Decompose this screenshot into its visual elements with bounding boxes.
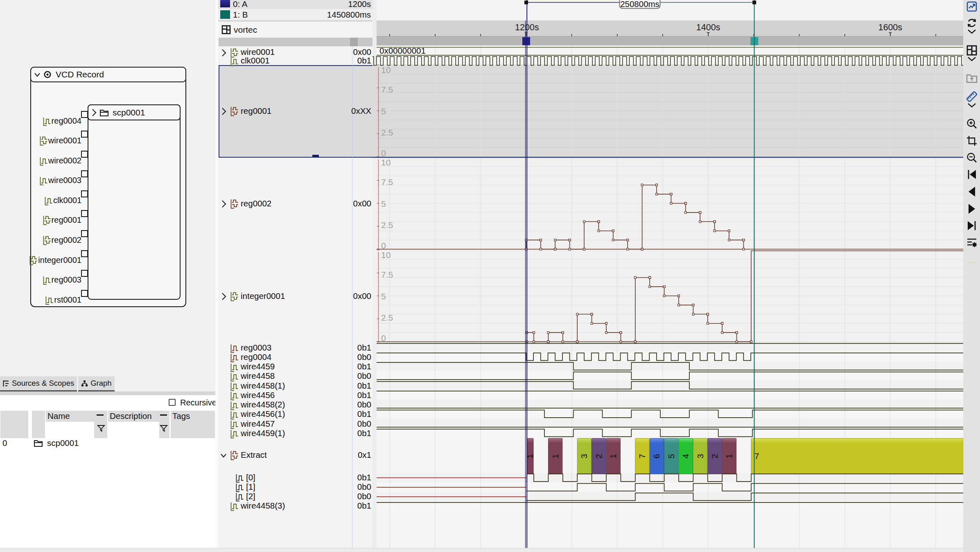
svg-text:0x00000001: 0x00000001: [379, 46, 426, 55]
svg-text:0: 0: [381, 148, 386, 158]
svg-text:10: 10: [381, 158, 391, 167]
svg-text:5: 5: [381, 292, 386, 301]
svg-text:1: 1: [551, 454, 560, 458]
svg-text:5: 5: [381, 106, 386, 116]
svg-text:3: 3: [695, 454, 705, 458]
svg-text:250800ms: 250800ms: [620, 0, 659, 9]
svg-text:6: 6: [652, 454, 661, 458]
svg-text:7.5: 7.5: [381, 270, 393, 279]
svg-text:3: 3: [579, 454, 589, 458]
svg-text:1400s: 1400s: [696, 23, 720, 32]
svg-text:2: 2: [594, 454, 603, 458]
svg-text:0: 0: [381, 241, 386, 250]
svg-text:5: 5: [666, 454, 676, 458]
svg-text:7: 7: [754, 451, 759, 461]
svg-text:7.5: 7.5: [381, 85, 393, 94]
svg-text:5: 5: [381, 199, 386, 208]
svg-text:4: 4: [681, 454, 690, 458]
svg-text:2.5: 2.5: [381, 220, 393, 230]
svg-text:0: 0: [381, 333, 386, 343]
svg-text:1: 1: [608, 454, 618, 458]
svg-text:1600s: 1600s: [878, 23, 903, 32]
svg-text:10: 10: [381, 65, 391, 75]
svg-text:2: 2: [710, 454, 719, 458]
svg-text:1: 1: [724, 454, 734, 458]
svg-text:7.5: 7.5: [381, 177, 393, 187]
svg-text:10: 10: [381, 250, 391, 260]
svg-text:2.5: 2.5: [381, 128, 393, 137]
svg-text:2.5: 2.5: [381, 313, 393, 322]
svg-text:7: 7: [637, 454, 647, 458]
